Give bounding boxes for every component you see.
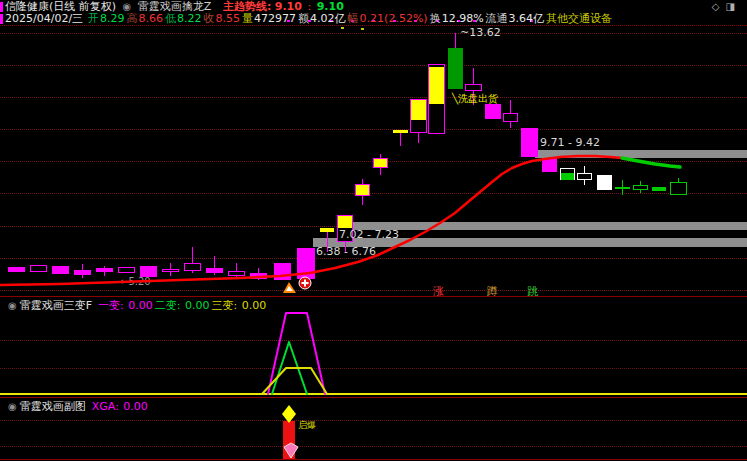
candle bbox=[355, 184, 370, 196]
signal-rise-label: 涨 bbox=[433, 286, 444, 298]
field: 额4.02亿 bbox=[298, 12, 347, 25]
gridline bbox=[0, 258, 747, 259]
app-window: ~13.62╲洗盘出货9.71 - 9.427.02 - 7.236.38 - … bbox=[0, 0, 747, 461]
header-accent-strip bbox=[0, 14, 3, 24]
field: 流通3.64亿 bbox=[486, 12, 546, 25]
signal-jump-label: 跳 bbox=[527, 286, 538, 298]
candle bbox=[633, 185, 648, 190]
candle bbox=[410, 99, 427, 133]
title-bar: 信隆健康(日线 前复权) ◉ 雷霆戏画擒龙Z 主趋势线: 9.10 : 9.10… bbox=[0, 0, 747, 25]
field: 收8.55 bbox=[204, 12, 242, 25]
signal-squat-label: 蹲 bbox=[487, 286, 498, 298]
candle bbox=[274, 263, 291, 280]
candle bbox=[428, 64, 445, 134]
candle bbox=[485, 104, 501, 119]
chart-layers: ~13.62╲洗盘出货9.71 - 9.427.02 - 7.236.38 - … bbox=[0, 0, 747, 461]
zone-low-label: 6.38 - 6.76 bbox=[316, 246, 376, 258]
candle bbox=[465, 84, 482, 91]
gridline bbox=[0, 368, 747, 369]
quote-row: 2025/04/02/三开8.29高8.66低8.22收8.55量472977额… bbox=[5, 13, 745, 25]
field: 一变: 0.00 bbox=[98, 299, 154, 312]
gridline bbox=[0, 129, 747, 130]
candle bbox=[52, 266, 69, 274]
base-price-label: ←5.20 bbox=[120, 276, 151, 287]
header-accent-strip bbox=[0, 2, 3, 12]
field: 二变: 0.00 bbox=[155, 299, 211, 312]
candle bbox=[74, 270, 91, 275]
panel3-vars: XGA: 0.00 bbox=[92, 400, 150, 413]
candle bbox=[448, 48, 463, 89]
panel2-header[interactable]: ◉雷霆戏画三变F一变: 0.00二变: 0.00三变: 0.00 bbox=[5, 299, 747, 312]
gridline bbox=[0, 193, 747, 194]
field: 开8.29 bbox=[88, 12, 126, 25]
panel-separator bbox=[0, 25, 747, 26]
gridline bbox=[0, 65, 747, 66]
panel3-indicator-name[interactable]: 雷霆戏画副图 bbox=[20, 400, 86, 413]
field: 其他交通设备 bbox=[546, 12, 614, 25]
gridline bbox=[0, 420, 747, 421]
candle bbox=[162, 269, 179, 272]
launch-signal-label: 启爆 bbox=[298, 421, 316, 431]
field: 低8.22 bbox=[165, 12, 203, 25]
candle bbox=[393, 130, 408, 133]
zone-high-label: 9.71 - 9.42 bbox=[540, 137, 600, 149]
candle bbox=[503, 113, 518, 122]
panel2-indicator-name[interactable]: 雷霆戏画三变F bbox=[20, 299, 92, 312]
candle bbox=[615, 187, 630, 189]
collapse-icon[interactable]: ◉ bbox=[123, 1, 132, 12]
candle bbox=[206, 268, 223, 273]
field: 幅0.21(2.52%) bbox=[348, 12, 429, 25]
field: XGA: 0.00 bbox=[92, 400, 149, 413]
zone-mid-label: 7.02 - 7.23 bbox=[339, 229, 399, 241]
candle bbox=[373, 158, 388, 168]
panel-separator bbox=[0, 397, 747, 398]
washout-signal-label: ╲洗盘出货 bbox=[452, 93, 498, 104]
panel-separator bbox=[0, 459, 747, 460]
collapse-icon[interactable]: ◉ bbox=[8, 300, 17, 311]
candle bbox=[8, 267, 25, 272]
candle bbox=[96, 268, 113, 272]
candle bbox=[297, 248, 315, 279]
panel-separator bbox=[0, 296, 747, 297]
candle bbox=[250, 273, 267, 279]
candle bbox=[577, 173, 592, 180]
candle bbox=[184, 263, 201, 271]
signal-bar bbox=[283, 421, 295, 459]
candle bbox=[597, 175, 612, 190]
gridline bbox=[0, 33, 747, 34]
field: 三变: 0.00 bbox=[212, 299, 268, 312]
field: 高8.66 bbox=[127, 12, 165, 25]
quote-fields: 开8.29高8.66低8.22收8.55量472977额4.02亿幅0.21(2… bbox=[88, 12, 615, 25]
split-window-icon[interactable]: ◨ bbox=[726, 1, 741, 12]
candle bbox=[320, 228, 334, 232]
field: 量472977 bbox=[242, 12, 297, 25]
candle bbox=[118, 267, 135, 273]
candle bbox=[228, 271, 245, 276]
gridline bbox=[0, 97, 747, 98]
gridline bbox=[0, 340, 747, 341]
dot-marker bbox=[361, 28, 364, 30]
dot-marker bbox=[341, 27, 344, 29]
panel2-vars: 一变: 0.00二变: 0.00三变: 0.00 bbox=[98, 299, 268, 312]
candle bbox=[521, 128, 538, 157]
diamond-icon[interactable]: ◇ bbox=[712, 1, 726, 12]
candle bbox=[30, 265, 47, 272]
date-label: 2025/04/02/三 bbox=[5, 12, 83, 25]
gridline bbox=[0, 446, 747, 447]
candle bbox=[560, 168, 575, 180]
resistance-band bbox=[535, 150, 747, 158]
candle bbox=[652, 187, 666, 191]
panel3-header[interactable]: ◉雷霆戏画副图XGA: 0.00 bbox=[5, 400, 747, 413]
collapse-icon[interactable]: ◉ bbox=[8, 401, 17, 412]
field: 换12.98% bbox=[430, 12, 485, 25]
candle bbox=[542, 158, 557, 172]
gridline bbox=[0, 290, 747, 291]
peak-price-label: ~13.62 bbox=[460, 27, 501, 39]
candle bbox=[670, 182, 687, 195]
